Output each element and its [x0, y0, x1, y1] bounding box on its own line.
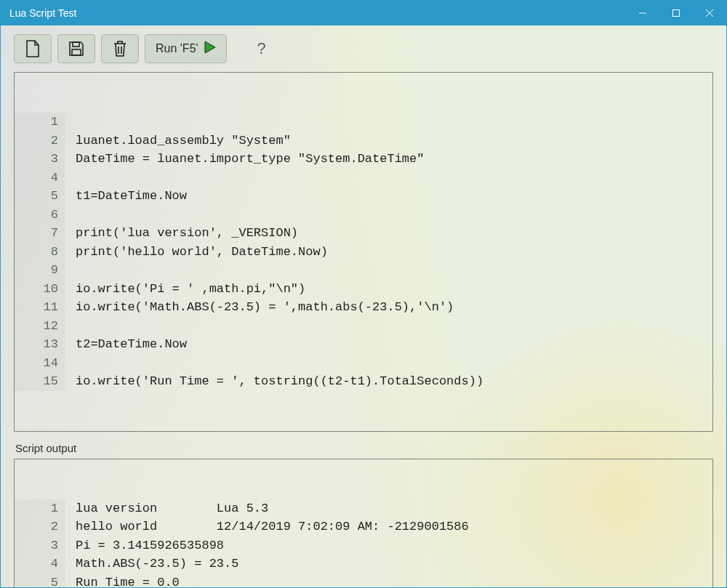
- new-button[interactable]: [14, 34, 52, 63]
- help-button[interactable]: ?: [247, 34, 276, 63]
- code-line: [76, 113, 712, 132]
- file-icon: [25, 39, 41, 58]
- svg-marker-8: [205, 41, 215, 53]
- window-title: Lua Script Test: [9, 7, 626, 19]
- output-label: Script output: [15, 442, 713, 454]
- editor-lines[interactable]: luanet.load_assembly "System"DateTime = …: [65, 113, 712, 391]
- line-number: 5: [15, 187, 58, 206]
- code-line: [76, 169, 712, 188]
- line-number: 3: [15, 150, 58, 169]
- line-number: 2: [15, 517, 58, 536]
- svg-rect-4: [73, 42, 79, 47]
- line-number: 11: [15, 298, 58, 317]
- code-line: io.write('Pi = ' ,math.pi,"\n"): [76, 280, 712, 299]
- code-line: io.write('Math.ABS(-23.5) = ',math.abs(-…: [76, 298, 712, 317]
- line-number: 7: [15, 224, 58, 243]
- svg-rect-5: [72, 49, 81, 55]
- maximize-icon: [672, 9, 680, 17]
- svg-rect-1: [673, 10, 680, 17]
- line-number: 8: [15, 243, 58, 262]
- code-line: print('lua version', _VERSION): [76, 224, 712, 243]
- code-editor[interactable]: 123456789101112131415 luanet.load_assemb…: [14, 72, 713, 432]
- help-icon: ?: [257, 39, 265, 58]
- line-number: 4: [15, 555, 58, 573]
- line-number: 12: [15, 317, 58, 336]
- output-panel[interactable]: 12345 lua version Lua 5.3hello world 12/…: [14, 459, 713, 589]
- code-line: print('hello world', DateTime.Now): [76, 243, 712, 262]
- line-number: 2: [15, 132, 58, 150]
- save-button[interactable]: [57, 34, 95, 63]
- line-number: 15: [15, 372, 58, 391]
- maximize-button[interactable]: [659, 1, 693, 25]
- code-line: Pi = 3.1415926535898: [76, 536, 712, 555]
- app-window: Lua Script Test: [0, 0, 727, 588]
- toolbar: Run 'F5' ?: [14, 34, 713, 63]
- play-icon: [204, 41, 216, 57]
- close-button[interactable]: [693, 1, 726, 25]
- line-number: 10: [15, 280, 58, 299]
- code-line: [76, 206, 712, 225]
- minimize-button[interactable]: [626, 1, 659, 25]
- code-line: hello world 12/14/2019 7:02:09 AM: -2129…: [76, 517, 712, 536]
- code-line: t1=DateTime.Now: [76, 187, 712, 206]
- code-line: [76, 261, 712, 280]
- save-icon: [68, 40, 85, 57]
- line-number: 5: [15, 573, 58, 589]
- code-line: [76, 354, 712, 373]
- line-number: 1: [15, 113, 58, 132]
- line-number: 6: [15, 206, 58, 225]
- code-line: t2=DateTime.Now: [76, 335, 712, 354]
- code-line: Math.ABS(-23.5) = 23.5: [76, 555, 712, 573]
- content-area: Run 'F5' ? 123456789101112131415 luanet.…: [1, 25, 726, 588]
- close-icon: [705, 9, 714, 17]
- editor-gutter: 123456789101112131415: [15, 113, 65, 391]
- code-line: lua version Lua 5.3: [76, 499, 712, 518]
- code-line: Run Time = 0.0: [76, 573, 712, 589]
- line-number: 9: [15, 261, 58, 280]
- run-button-label: Run 'F5': [156, 42, 198, 55]
- line-number: 13: [15, 335, 58, 354]
- code-line: luanet.load_assembly "System": [76, 132, 712, 150]
- line-number: 4: [15, 169, 58, 188]
- code-line: io.write('Run Time = ', tostring((t2-t1)…: [76, 372, 712, 391]
- line-number: 3: [15, 536, 58, 555]
- line-number: 1: [15, 499, 58, 518]
- line-number: 14: [15, 354, 58, 373]
- run-button[interactable]: Run 'F5': [145, 34, 227, 63]
- delete-button[interactable]: [101, 34, 139, 63]
- minimize-icon: [638, 9, 647, 17]
- trash-icon: [112, 39, 128, 58]
- output-gutter: 12345: [15, 499, 65, 589]
- code-line: [76, 317, 712, 336]
- titlebar: Lua Script Test: [1, 1, 726, 25]
- code-line: DateTime = luanet.import_type "System.Da…: [76, 150, 712, 169]
- output-lines: lua version Lua 5.3hello world 12/14/201…: [65, 499, 712, 589]
